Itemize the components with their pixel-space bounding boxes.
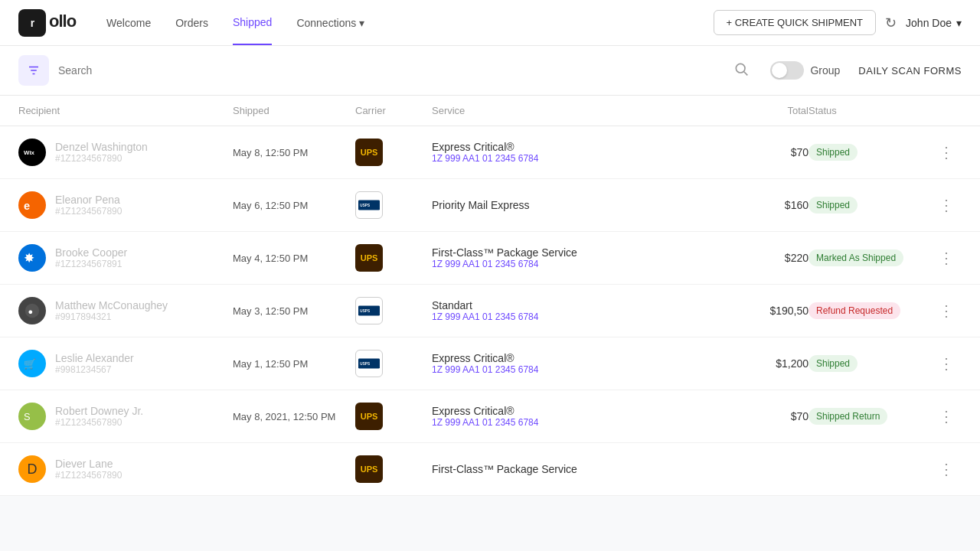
filter-button[interactable] bbox=[18, 55, 49, 86]
service-name: Standart bbox=[432, 299, 732, 311]
table-row: S Robert Downey Jr. #1Z1234567890 May 8,… bbox=[0, 390, 980, 443]
order-number: #1Z1234567890 bbox=[55, 417, 143, 428]
order-number: #9981234567 bbox=[55, 364, 134, 375]
shipped-date: May 1, 12:50 PM bbox=[233, 358, 355, 370]
ups-carrier-logo: UPS bbox=[355, 244, 383, 272]
search-input[interactable] bbox=[58, 64, 718, 77]
avatar: S bbox=[18, 403, 46, 430]
service-name: First-Class™ Package Service bbox=[432, 246, 732, 259]
group-toggle[interactable] bbox=[770, 61, 804, 80]
recipient-cell: D Diever Lane #1Z1234567890 bbox=[18, 455, 233, 483]
recipient-name: Brooke Cooper bbox=[55, 246, 127, 259]
avatar: e bbox=[18, 191, 46, 219]
avatar: 🛒 bbox=[18, 350, 46, 377]
col-carrier: Carrier bbox=[355, 105, 432, 116]
total-cell: $70 bbox=[732, 146, 808, 158]
chevron-down-icon: ▾ bbox=[359, 17, 364, 29]
total-cell: $70 bbox=[732, 410, 808, 422]
tracking-link[interactable]: 1Z 999 AA1 01 2345 6784 bbox=[432, 153, 732, 164]
recipient-name: Denzel Washington bbox=[55, 141, 148, 153]
logo-icon: r bbox=[18, 9, 46, 37]
status-cell: Shipped bbox=[808, 144, 931, 161]
total-cell: $190,50 bbox=[732, 305, 808, 317]
recipient-name: Diever Lane bbox=[55, 458, 122, 470]
refresh-button[interactable]: ↻ bbox=[885, 15, 897, 31]
more-actions-cell: ⋮ bbox=[931, 302, 962, 320]
carrier-cell: USPS bbox=[355, 191, 432, 219]
usps-carrier-logo: USPS bbox=[355, 297, 383, 324]
recipient-name: Eleanor Pena bbox=[55, 194, 122, 206]
nav-welcome[interactable]: Welcome bbox=[106, 2, 151, 44]
tracking-link[interactable]: 1Z 999 AA1 01 2345 6784 bbox=[432, 417, 732, 428]
shipped-date: May 3, 12:50 PM bbox=[233, 305, 355, 317]
tracking-link[interactable]: 1Z 999 AA1 01 2345 6784 bbox=[432, 259, 732, 269]
nav-orders[interactable]: Orders bbox=[175, 2, 208, 44]
recipient-cell: S Robert Downey Jr. #1Z1234567890 bbox=[18, 403, 233, 430]
recipient-name: Robert Downey Jr. bbox=[55, 405, 143, 417]
search-icon[interactable] bbox=[733, 61, 749, 80]
avatar: ✸ bbox=[18, 244, 46, 272]
recipient-info: Robert Downey Jr. #1Z1234567890 bbox=[55, 405, 143, 428]
status-badge: Shipped bbox=[808, 355, 858, 372]
table-row: 🛒 Leslie Alexander #9981234567 May 1, 12… bbox=[0, 337, 980, 390]
svg-point-3 bbox=[737, 64, 746, 73]
order-number: #9917894321 bbox=[55, 311, 168, 322]
more-actions-button[interactable]: ⋮ bbox=[939, 249, 954, 267]
col-actions bbox=[931, 105, 962, 116]
recipient-info: Matthew McConaughey #9917894321 bbox=[55, 299, 168, 322]
status-badge: Shipped bbox=[808, 197, 858, 214]
ups-carrier-logo: UPS bbox=[355, 403, 383, 430]
avatar: Wix bbox=[18, 139, 46, 166]
avatar: D bbox=[18, 455, 46, 483]
user-menu[interactable]: John Doe ▾ bbox=[906, 17, 962, 29]
more-actions-cell: ⋮ bbox=[931, 143, 962, 161]
tracking-link[interactable]: 1Z 999 AA1 01 2345 6784 bbox=[432, 364, 732, 375]
more-actions-button[interactable]: ⋮ bbox=[939, 460, 954, 478]
shipped-date: May 8, 12:50 PM bbox=[233, 147, 355, 158]
table-row: Wix Denzel Washington #1Z1234567890 May … bbox=[0, 126, 980, 179]
scan-forms-button[interactable]: DAILY SCAN FORMS bbox=[858, 65, 962, 77]
more-actions-button[interactable]: ⋮ bbox=[939, 407, 954, 425]
svg-text:●: ● bbox=[28, 307, 34, 316]
user-name: John Doe bbox=[906, 17, 952, 29]
order-number: #1Z1234567891 bbox=[55, 259, 127, 269]
status-badge: Marked As Shipped bbox=[808, 249, 903, 266]
recipient-info: Denzel Washington #1Z1234567890 bbox=[55, 141, 148, 164]
more-actions-button[interactable]: ⋮ bbox=[939, 143, 954, 161]
ups-carrier-logo: UPS bbox=[355, 455, 383, 483]
ups-carrier-logo: UPS bbox=[355, 139, 383, 166]
more-actions-button[interactable]: ⋮ bbox=[939, 196, 954, 214]
service-name: Express Critical® bbox=[432, 141, 732, 153]
carrier-cell: USPS bbox=[355, 350, 432, 377]
more-actions-cell: ⋮ bbox=[931, 249, 962, 267]
shipped-date: May 6, 12:50 PM bbox=[233, 200, 355, 211]
service-name: First-Class™ Package Service bbox=[432, 463, 732, 475]
nav-connections[interactable]: Connections ▾ bbox=[296, 2, 364, 44]
create-shipment-button[interactable]: + CREATE QUICK SHIPMENT bbox=[714, 10, 877, 35]
status-cell: Shipped bbox=[808, 197, 931, 214]
recipient-cell: 🛒 Leslie Alexander #9981234567 bbox=[18, 350, 233, 377]
order-number: #1Z1234567890 bbox=[55, 153, 148, 164]
total-cell: $220 bbox=[732, 252, 808, 264]
avatar: ● bbox=[18, 297, 46, 324]
more-actions-button[interactable]: ⋮ bbox=[939, 354, 954, 373]
nav-links: Welcome Orders Shipped Connections ▾ bbox=[106, 1, 713, 45]
nav-shipped[interactable]: Shipped bbox=[233, 1, 272, 45]
more-actions-button[interactable]: ⋮ bbox=[939, 302, 954, 320]
table-row: ● Matthew McConaughey #9917894321 May 3,… bbox=[0, 285, 980, 337]
service-cell: First-Class™ Package Service bbox=[432, 463, 732, 475]
shipped-date: May 4, 12:50 PM bbox=[233, 253, 355, 264]
status-cell: Shipped Return bbox=[808, 408, 931, 425]
svg-text:USPS: USPS bbox=[360, 309, 370, 313]
group-toggle-wrap: Group bbox=[770, 61, 840, 80]
col-recipient: Recipient bbox=[18, 105, 233, 116]
filter-icon bbox=[27, 64, 41, 77]
col-shipped: Shipped bbox=[233, 105, 355, 116]
user-menu-arrow: ▾ bbox=[956, 17, 962, 29]
recipient-cell: ● Matthew McConaughey #9917894321 bbox=[18, 297, 233, 324]
svg-text:e: e bbox=[24, 200, 30, 212]
recipient-info: Brooke Cooper #1Z1234567891 bbox=[55, 246, 127, 269]
recipient-info: Diever Lane #1Z1234567890 bbox=[55, 458, 122, 481]
tracking-link[interactable]: 1Z 999 AA1 01 2345 6784 bbox=[432, 311, 732, 322]
carrier-cell: UPS bbox=[355, 455, 432, 483]
